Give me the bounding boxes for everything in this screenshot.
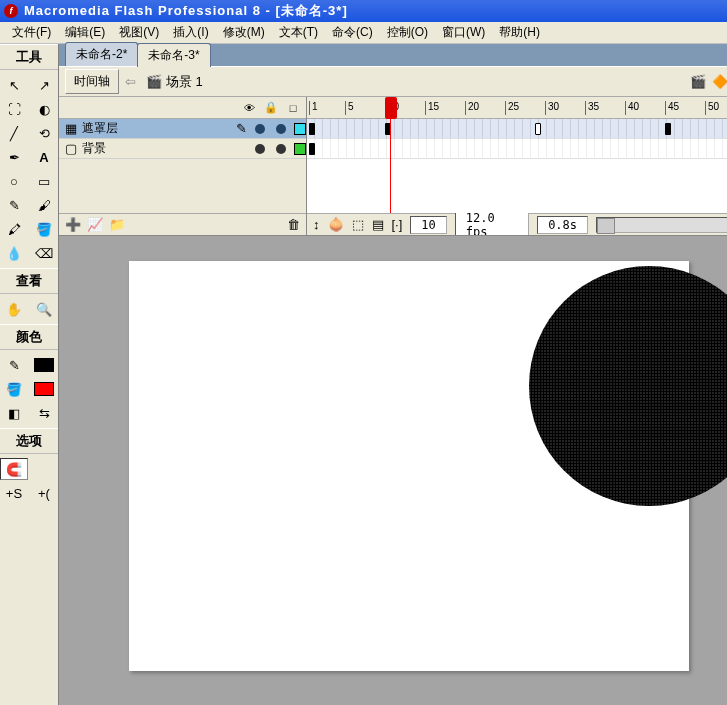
frame-row[interactable] [307,139,727,159]
free-transform-tool[interactable]: ⛶ [0,98,28,120]
eraser-tool[interactable]: ⌫ [30,242,58,264]
noswap-button[interactable]: ⇆ [30,402,58,424]
pen-tool[interactable]: ✒ [0,146,28,168]
multi-edit-icon[interactable]: ▤ [372,217,384,232]
back-arrow-icon[interactable]: ⇦ [125,74,136,89]
current-frame: 10 [410,216,446,234]
options-header: 选项 [0,428,58,454]
menu-text[interactable]: 文本(T) [273,22,324,43]
hand-tool[interactable]: ✋ [0,298,28,320]
add-guide-icon[interactable]: 📈 [87,217,103,232]
center-icon[interactable]: ↕ [313,217,320,232]
bw-button[interactable]: ◧ [0,402,28,424]
layer-icon: ▢ [65,141,77,156]
layer-row-mask[interactable]: ▦ 遮罩层 ✎ [59,119,306,139]
frame-ruler[interactable]: 1 5 10 15 20 25 30 35 40 45 50 55 [307,97,727,119]
menu-file[interactable]: 文件(F) [6,22,57,43]
zoom-tool[interactable]: 🔍 [30,298,58,320]
edit-symbol-icon[interactable]: 🔶 [712,74,727,89]
timeline-panel: 👁 🔒 □ ▦ 遮罩层 ✎ ▢ 背景 [59,96,727,236]
pencil-tool[interactable]: ✎ [0,194,28,216]
tick: 15 [425,101,439,115]
stage[interactable] [129,261,689,671]
line-tool[interactable]: ╱ [0,122,28,144]
marker-icon[interactable]: [·] [392,217,403,232]
tick: 35 [585,101,599,115]
doctab-2[interactable]: 未命名-3* [137,43,210,67]
selection-tool[interactable]: ↖ [0,74,28,96]
keyframe-icon[interactable] [309,143,315,155]
stroke-color[interactable]: ✎ [0,354,28,376]
text-tool[interactable]: A [30,146,58,168]
time-display: 0.8s [537,216,588,234]
delete-layer-icon[interactable]: 🗑 [287,217,300,232]
outline-swatch[interactable] [294,123,306,135]
work-area: 未命名-2* 未命名-3* — ❐ ✕ 时间轴 ⇦ 🎬 场景 1 🎬 🔶 ▾ [59,44,727,705]
menu-control[interactable]: 控制(O) [381,22,434,43]
outline-swatch[interactable] [294,143,306,155]
frame-rows[interactable] [307,119,727,213]
frame-scrollbar[interactable] [596,217,727,233]
frame-row[interactable] [307,119,727,139]
snap-button[interactable]: 🧲 [0,458,28,480]
add-layer-icon[interactable]: ➕ [65,217,81,232]
onion-outline-icon[interactable]: ⬚ [352,217,364,232]
doctab-1[interactable]: 未命名-2* [65,42,138,66]
gradient-tool[interactable]: ◐ [30,98,58,120]
menu-insert[interactable]: 插入(I) [167,22,214,43]
eye-icon[interactable]: 👁 [242,102,256,114]
frame-panel: 1 5 10 15 20 25 30 35 40 45 50 55 [307,97,727,235]
add-folder-icon[interactable]: 📁 [109,217,125,232]
blank-keyframe-icon[interactable] [535,123,541,135]
tick: 30 [545,101,559,115]
timeline-toggle-button[interactable]: 时间轴 [65,69,119,94]
keyframe-icon[interactable] [665,123,671,135]
ink-tool[interactable]: 🖍 [0,218,28,240]
visibility-dot[interactable] [255,144,265,154]
canvas-area[interactable] [59,236,727,705]
menu-commands[interactable]: 命令(C) [326,22,379,43]
oval-tool[interactable]: ○ [0,170,28,192]
lock-dot[interactable] [276,144,286,154]
lock-dot[interactable] [276,124,286,134]
document-tabs: 未命名-2* 未命名-3* — ❐ ✕ [59,44,727,66]
tick: 1 [309,101,318,115]
menu-edit[interactable]: 编辑(E) [59,22,111,43]
outline-icon[interactable]: □ [286,102,300,114]
lasso-tool[interactable]: ⟲ [30,122,58,144]
smooth-button[interactable]: +( [30,482,58,504]
menu-bar: 文件(F) 编辑(E) 视图(V) 插入(I) 修改(M) 文本(T) 命令(C… [0,22,727,44]
fill-color[interactable]: 🪣 [0,378,28,400]
scene-label[interactable]: 🎬 场景 1 [146,73,203,91]
keyframe-icon[interactable] [309,123,315,135]
menu-window[interactable]: 窗口(W) [436,22,491,43]
eyedropper-tool[interactable]: 💧 [0,242,28,264]
tools-panel: 工具 ↖ ↗ ⛶ ◐ ╱ ⟲ ✒ A ○ ▭ ✎ 🖌 🖍 🪣 💧 ⌫ 查看 ✋ … [0,44,59,705]
frame-status-bar: ↕ 🧅 ⬚ ▤ [·] 10 12.0 fps 0.8s [307,213,727,235]
straighten-button[interactable]: +S [0,482,28,504]
stroke-swatch[interactable] [30,354,58,376]
menu-view[interactable]: 视图(V) [113,22,165,43]
masklayer-icon: ▦ [65,121,77,136]
visibility-dot[interactable] [255,124,265,134]
menu-help[interactable]: 帮助(H) [493,22,546,43]
layer-name: 遮罩层 [82,120,231,137]
fill-swatch[interactable] [30,378,58,400]
subselect-tool[interactable]: ↗ [30,74,58,96]
edit-scene-icon[interactable]: 🎬 [690,74,706,89]
playhead-icon[interactable] [385,97,397,119]
menu-modify[interactable]: 修改(M) [217,22,271,43]
onion-icon[interactable]: 🧅 [328,217,344,232]
tools-header: 工具 [0,44,58,70]
rectangle-tool[interactable]: ▭ [30,170,58,192]
layer-row-bg[interactable]: ▢ 背景 [59,139,306,159]
layer-controls: ➕ 📈 📁 🗑 [59,213,306,235]
bucket-tool[interactable]: 🪣 [30,218,58,240]
layer-name: 背景 [82,140,247,157]
pencil-icon: ✎ [236,121,247,136]
brush-tool[interactable]: 🖌 [30,194,58,216]
view-header: 查看 [0,268,58,294]
color-header: 颜色 [0,324,58,350]
mask-shape-circle[interactable] [529,266,727,506]
lock-icon[interactable]: 🔒 [264,101,278,114]
